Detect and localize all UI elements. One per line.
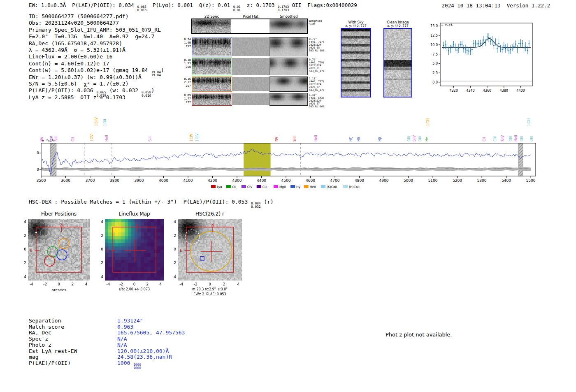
svg-text:4400: 4400	[516, 89, 525, 93]
selected-fiber	[57, 250, 67, 260]
svg-text:5100: 5100	[428, 179, 438, 183]
svg-text:3900: 3900	[135, 179, 144, 183]
strip-annotation: v020_03	[309, 46, 320, 49]
strip-annotation: v020_01	[309, 67, 320, 70]
svg-text:NV: NV	[40, 137, 44, 141]
svg-text:Hδ: Hδ	[357, 137, 361, 141]
svg-text:Hζ: Hζ	[349, 137, 353, 141]
svg-text:4800: 4800	[355, 179, 364, 183]
y-tick-label: 4	[16, 220, 26, 224]
strip-annotation: (440, 727)	[309, 40, 324, 43]
strip-annotation: 0.79"	[309, 58, 317, 61]
y-tick-label: 2	[93, 234, 103, 238]
svg-text:] OVI: ] OVI	[90, 133, 94, 141]
svg-text:Lyα: Lyα	[217, 185, 222, 189]
svg-text:MgII: MgII	[279, 185, 286, 189]
col-header-pixelflat: Pixel Flat	[232, 14, 269, 19]
y-tick-label: 0	[93, 247, 103, 251]
hsc-caption-2: EWr: 2. PLAE: 0.053	[172, 292, 248, 296]
y-tick-label: -4	[93, 275, 103, 279]
weighted-2dspec-image	[192, 19, 231, 33]
x-tick-label: 4	[81, 282, 92, 286]
y-tick-label: -4	[16, 275, 26, 279]
header-summary: EW: 1.0±0.3Å P(LAE)/P(OII): 0.034 0.0650…	[29, 2, 357, 12]
y-tick-label: -4	[165, 275, 176, 279]
info-line: RA,Dec (165.675018,47.957928)	[29, 40, 122, 46]
stacked-uncertainty: 19.8419.84	[151, 71, 160, 77]
x-tick-label: 0	[129, 282, 140, 286]
svg-text:OII: OII	[232, 185, 236, 189]
svg-text:SiIV: SiIV	[413, 135, 416, 141]
fiber-positions-title: Fiber Positions	[24, 211, 94, 217]
x-tick-label: 2	[219, 282, 230, 286]
match-row-value: 1.93124"	[117, 318, 143, 324]
clean-image	[384, 29, 411, 97]
svg-text:OIII: OIII	[530, 136, 534, 141]
strip-annotation: (440, 727)	[309, 80, 324, 83]
col-header-smoothed: Smoothed	[270, 14, 308, 19]
svg-text:SiII: SiII	[54, 137, 58, 141]
smoothed-image	[270, 58, 307, 75]
weighted-sum-label: Weighted	[309, 19, 322, 23]
selected-fiber	[48, 247, 58, 257]
match-row-value: 120.00(±210.00)Å	[117, 348, 169, 354]
match-row-value: N/A	[117, 336, 127, 342]
report-version: Version 1.22.2	[507, 2, 550, 9]
stacked-uncertainty: 0.17030.1703	[278, 5, 289, 12]
strip-annotation: 20231124	[309, 99, 321, 102]
svg-text:5300: 5300	[477, 179, 487, 183]
x-tick-label: -4	[26, 282, 37, 286]
header-datetime-version: 2024-10-18 13:04:13 Version 1.22.2	[442, 2, 550, 9]
match-row-value: 1000 10001000	[117, 360, 141, 370]
svg-text:4200: 4200	[208, 179, 217, 183]
svg-text:HeII: HeII	[310, 185, 316, 189]
lower-value: 0.016	[142, 94, 151, 97]
svg-text:CIV: CIV	[50, 136, 53, 141]
fiber-xlabel: arcsecs	[28, 288, 90, 292]
match-row-value: 0.963	[117, 324, 133, 330]
stacked-uncertainty: 0.0650.018	[137, 5, 146, 12]
fiber-weight-value: 0.16	[180, 77, 191, 81]
svg-text:SiIV: SiIV	[501, 135, 505, 141]
lower-value: 0.032	[251, 205, 260, 209]
lineflux-map-overlay: NE	[105, 219, 164, 281]
svg-text:OIII: OIII	[418, 136, 422, 141]
compass-east: E	[107, 249, 109, 253]
lower-value: 0.1703	[278, 9, 289, 12]
svg-text:HeII: HeII	[514, 135, 518, 141]
svg-text:OIII: OIII	[509, 136, 513, 141]
strip-annotation: (438, 543)	[309, 96, 324, 99]
hsc-match-summary: HSC-DEX : Possible Matches = 1 (within +…	[29, 199, 274, 209]
svg-text:Hβ: Hβ	[378, 137, 382, 141]
strip-annotation: 1.11"	[309, 77, 317, 80]
fiber-weight-value: 1.77	[180, 97, 191, 100]
svg-text:CIII: CIII	[262, 185, 267, 189]
info-line: ID: 5000664277 (5000664277.pdf)	[29, 13, 129, 19]
svg-text:3500: 3500	[37, 179, 46, 183]
match-row-label: RA, Dec	[29, 329, 51, 336]
strip-annotation: 0.73"	[309, 37, 317, 40]
svg-text:] CIII: ] CIII	[527, 118, 531, 126]
x-tick-label: 2	[142, 282, 153, 286]
svg-text:3800: 3800	[110, 179, 119, 183]
match-row-value: 24.58(23.36,nan)R	[117, 354, 172, 360]
with-sky-image	[341, 29, 370, 97]
lineflux-caption: s/b: 2.00 +/- 0.073	[99, 288, 170, 291]
svg-text:4300: 4300	[232, 179, 242, 183]
strip-annotation: 20231124	[309, 43, 321, 46]
svg-text:CIV: CIV	[247, 185, 253, 189]
hsc-caption-1: m:20.3 rc:2.9" s:0.0"	[172, 288, 248, 291]
x-tick-label: -4	[103, 282, 114, 286]
svg-text:OIII: OIII	[520, 136, 524, 141]
svg-text:12.5: 12.5	[430, 34, 438, 37]
stacked-uncertainty: 0.0580.016	[142, 91, 151, 97]
compass-east: E	[30, 249, 32, 253]
y-tick-label: -2	[165, 261, 176, 265]
pixelflat-image	[232, 93, 269, 105]
x-tick-label: 4	[233, 282, 244, 286]
svg-text:4900: 4900	[379, 179, 389, 183]
match-row-label: mag	[29, 354, 38, 360]
smoothed-image	[270, 93, 307, 105]
svg-text:5000: 5000	[404, 179, 413, 183]
svg-text:CIII: CIII	[493, 136, 497, 141]
